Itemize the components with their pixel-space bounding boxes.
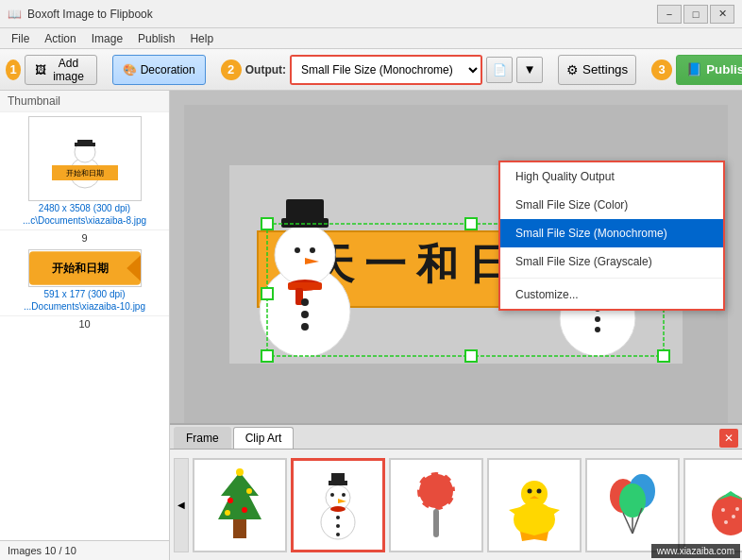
decoration-icon: 🎨: [123, 63, 137, 76]
page-size-dropdown-button[interactable]: ▼: [516, 57, 543, 83]
output-label: Output:: [245, 63, 286, 76]
menu-file[interactable]: File: [4, 30, 37, 47]
svg-point-23: [310, 247, 315, 253]
svg-rect-49: [658, 350, 669, 362]
step1-group: 1 🖼 Add image: [6, 55, 97, 85]
svg-point-67: [336, 533, 340, 536]
clipart-snowman[interactable]: [291, 458, 385, 552]
menu-help[interactable]: Help: [182, 30, 221, 47]
thumbnail-image-10: 开始和日期: [28, 249, 142, 287]
svg-point-54: [242, 507, 247, 513]
clipart-candy[interactable]: [389, 458, 483, 552]
clipart-christmas-tree[interactable]: [193, 458, 287, 552]
settings-button[interactable]: ⚙ Settings: [558, 55, 636, 85]
svg-point-66: [336, 524, 340, 528]
thumbnail-info1-10: 591 x 177 (300 dpi): [8, 289, 161, 299]
decoration-button[interactable]: 🎨 Decoration: [112, 55, 206, 85]
thumbnail-item-10[interactable]: 开始和日期 591 x 177 (300 dpi) ...Documents\x…: [0, 246, 169, 316]
dropdown-item-grayscale[interactable]: Small File Size (Grayscale): [500, 247, 723, 276]
clipart-fruit[interactable]: [683, 458, 742, 552]
tab-close-button[interactable]: ✕: [719, 429, 738, 448]
page-size-button[interactable]: 📄: [486, 57, 513, 83]
svg-point-64: [330, 506, 346, 512]
svg-rect-56: [233, 519, 246, 538]
step1-number: 1: [6, 59, 21, 80]
svg-rect-48: [465, 350, 477, 362]
sidebar-footer: Images 10 / 10: [0, 540, 169, 560]
output-dropdown: High Quality Output Small File Size (Col…: [290, 55, 482, 85]
dropdown-item-customize[interactable]: Customize...: [500, 280, 723, 309]
svg-rect-42: [261, 218, 273, 229]
dropdown-item-high-quality[interactable]: High Quality Output: [500, 162, 723, 191]
canvas-area: 天 一 和 日 其: [170, 91, 742, 560]
app-icon: 📖: [8, 8, 22, 21]
svg-point-55: [225, 510, 230, 516]
titlebar: 📖 Boxoft Image to Flipbook − □ ✕: [0, 0, 742, 28]
output-select[interactable]: High Quality Output Small File Size (Col…: [292, 57, 481, 83]
sidebar-list: 开始和日期 2480 x 3508 (300 dpi) ...c\Documen…: [0, 112, 169, 540]
dropdown-item-monochrome[interactable]: Small File Size (Monochrome): [500, 219, 723, 247]
svg-point-39: [595, 316, 600, 322]
clipart-chick[interactable]: [487, 458, 582, 552]
svg-point-90: [735, 507, 739, 511]
gear-icon: ⚙: [566, 62, 579, 77]
sidebar-header: Thumbnail: [0, 91, 169, 112]
publish-button[interactable]: 📘 Publis...: [676, 55, 742, 85]
bottom-panel: Frame Clip Art ✕ ◀: [170, 423, 742, 560]
menubar: File Action Image Publish Help: [0, 28, 742, 49]
menu-image[interactable]: Image: [84, 30, 130, 47]
svg-point-62: [342, 493, 346, 497]
svg-point-87: [721, 508, 725, 512]
step2-group: 2 Output: High Quality Output Small File…: [221, 55, 543, 85]
svg-rect-43: [465, 218, 477, 229]
svg-rect-20: [288, 282, 322, 290]
svg-rect-60: [331, 473, 345, 483]
scroll-left-button[interactable]: ◀: [174, 458, 189, 552]
sidebar: Thumbnail 开始和日期 2: [0, 91, 170, 560]
svg-point-16: [275, 225, 335, 285]
svg-point-73: [528, 488, 532, 493]
add-image-button[interactable]: 🖼 Add image: [25, 55, 96, 85]
clipart-balloons[interactable]: [585, 458, 680, 552]
dropdown-item-color[interactable]: Small File Size (Color): [500, 191, 723, 219]
svg-point-81: [619, 484, 646, 518]
app-title: Boxoft Image to Flipbook: [27, 8, 153, 21]
step3-number: 3: [651, 59, 672, 80]
watermark: www.xiazaiba.com: [651, 544, 740, 558]
svg-point-27: [301, 323, 309, 331]
minimize-button[interactable]: −: [657, 5, 682, 24]
close-button[interactable]: ✕: [710, 5, 734, 24]
svg-point-89: [724, 520, 728, 524]
svg-point-22: [295, 247, 300, 253]
toolbar: 1 🖼 Add image 🎨 Decoration 2 Output: Hig…: [0, 49, 742, 91]
svg-point-88: [732, 515, 735, 518]
svg-point-25: [301, 298, 309, 306]
svg-point-52: [228, 498, 233, 503]
svg-rect-47: [261, 350, 273, 362]
add-image-icon: 🖼: [35, 63, 46, 76]
thumbnail-item-9[interactable]: 开始和日期 2480 x 3508 (300 dpi) ...c\Documen…: [0, 112, 169, 230]
svg-rect-4: [75, 143, 95, 146]
add-image-label: Add image: [50, 57, 86, 83]
publish-icon: 📘: [686, 62, 702, 76]
svg-point-51: [236, 468, 244, 476]
svg-point-68: [417, 472, 455, 510]
svg-point-74: [537, 488, 542, 493]
decoration-label: Decoration: [141, 63, 195, 76]
svg-text:开始和日期: 开始和日期: [51, 262, 109, 275]
dropdown-divider: [500, 278, 723, 279]
svg-rect-18: [286, 199, 324, 220]
svg-point-61: [330, 493, 334, 497]
menu-publish[interactable]: Publish: [130, 30, 182, 47]
maximize-button[interactable]: □: [683, 5, 708, 24]
thumbnail-info1-9: 2480 x 3508 (300 dpi): [8, 203, 161, 213]
svg-rect-45: [261, 288, 273, 299]
bottom-tabs: Frame Clip Art ✕: [170, 425, 742, 450]
svg-rect-70: [433, 509, 439, 537]
svg-point-26: [301, 311, 309, 318]
page-icon: 📄: [493, 63, 507, 76]
tab-clipart[interactable]: Clip Art: [233, 427, 295, 449]
menu-action[interactable]: Action: [37, 30, 83, 47]
svg-point-65: [336, 516, 340, 519]
tab-frame[interactable]: Frame: [174, 427, 231, 449]
